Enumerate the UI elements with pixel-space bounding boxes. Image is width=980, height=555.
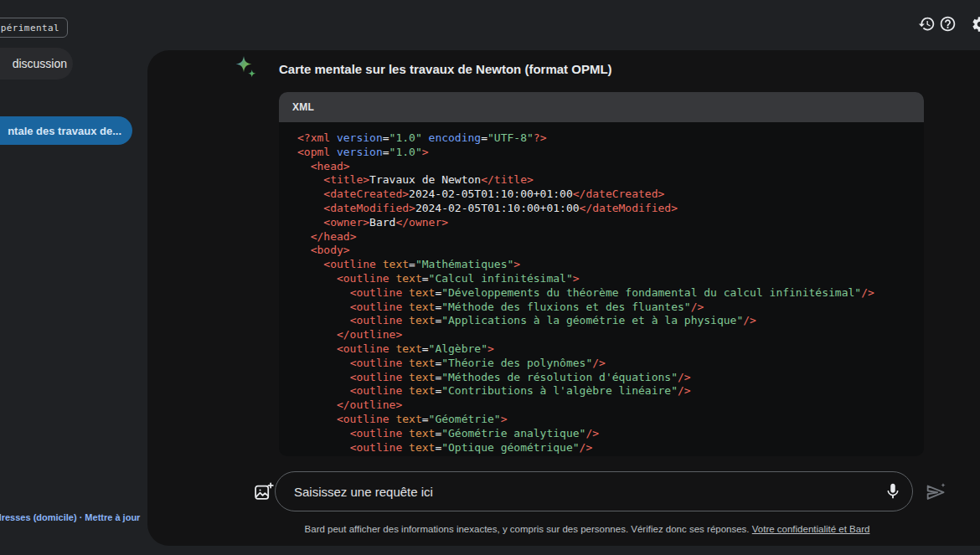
new-chat-label: discussion <box>13 57 67 70</box>
send-button[interactable] <box>924 480 947 504</box>
experimental-badge-label: périmental <box>1 23 59 33</box>
prompt-input[interactable] <box>292 484 884 500</box>
response-title: Carte mentale sur les travaux de Newton … <box>279 62 612 76</box>
code-block-header: XML <box>279 92 924 122</box>
active-conversation-label: ntale des travaux de... <box>8 125 121 137</box>
new-chat-button[interactable]: discussion <box>0 48 73 80</box>
settings-icon[interactable] <box>971 15 980 33</box>
location-update-link[interactable]: dresses (domicile) · Mettre à jour <box>0 512 140 522</box>
microphone-button[interactable] <box>884 482 902 501</box>
disclaimer-body: Bard peut afficher des informations inex… <box>305 524 750 534</box>
experimental-badge: périmental <box>0 18 68 38</box>
prompt-input-container[interactable] <box>275 471 913 511</box>
code-block: XML <?xml version="1.0" encoding="UTF-8"… <box>279 92 924 456</box>
help-icon[interactable] <box>939 15 957 33</box>
bard-app: périmental discussion ntale des travaux … <box>0 0 980 555</box>
privacy-link[interactable]: Votre confidentialité et Bard <box>752 524 870 534</box>
code-language-label: XML <box>292 101 314 113</box>
disclaimer-text: Bard peut afficher des informations inex… <box>265 524 910 534</box>
bard-sparkle-icon <box>232 54 259 85</box>
history-icon[interactable] <box>918 15 936 33</box>
chat-panel: Carte mentale sur les travaux de Newton … <box>147 50 980 546</box>
code-content[interactable]: <?xml version="1.0" encoding="UTF-8"?><o… <box>279 122 924 456</box>
active-conversation[interactable]: ntale des travaux de... <box>0 116 132 145</box>
upload-image-button[interactable] <box>253 481 274 502</box>
